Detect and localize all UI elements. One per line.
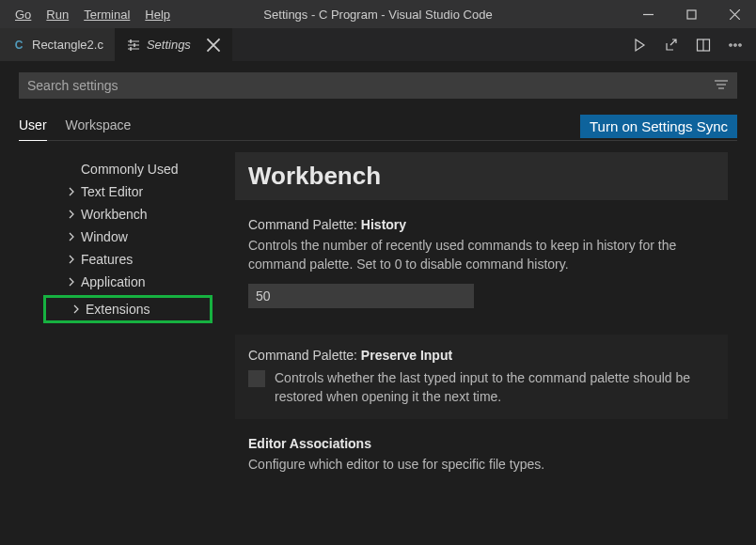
setting-command-palette-preserve-input: Command Palette: Preserve Input Controls… [235, 335, 728, 420]
scope-workspace-tab[interactable]: Workspace [66, 112, 132, 140]
setting-description: Configure which editor to use for specif… [248, 455, 715, 474]
minimize-button[interactable] [626, 0, 669, 28]
svg-rect-0 [687, 10, 696, 19]
svg-point-4 [739, 43, 741, 45]
settings-content[interactable]: Workbench Command Palette: History Contr… [226, 152, 737, 545]
section-title: Workbench [248, 162, 715, 191]
settings-scope-row: User Workspace Turn on Settings Sync [19, 112, 737, 141]
command-palette-history-input[interactable] [248, 284, 474, 308]
setting-editor-associations: Editor Associations Configure which edit… [248, 436, 715, 474]
toc-features[interactable]: Features [19, 248, 226, 271]
menu-run[interactable]: Run [39, 4, 76, 25]
menu-bar: Go Run Terminal Help [0, 4, 178, 25]
setting-title: Editor Associations [248, 436, 715, 451]
tab-settings[interactable]: Settings [115, 28, 232, 61]
filter-icon[interactable] [714, 79, 729, 93]
svg-point-2 [730, 43, 732, 45]
settings-editor: User Workspace Turn on Settings Sync Com… [0, 61, 756, 545]
setting-command-palette-history: Command Palette: History Controls the nu… [248, 217, 715, 308]
toc-workbench[interactable]: Workbench [19, 203, 226, 226]
tab-rectangle2-c[interactable]: C Rectangle2.c [0, 28, 115, 61]
close-tab-icon[interactable] [206, 38, 221, 53]
close-window-button[interactable] [713, 0, 756, 28]
open-settings-json-icon[interactable] [664, 38, 679, 53]
title-bar: Go Run Terminal Help Settings - C Progra… [0, 0, 756, 28]
chevron-right-icon [66, 209, 77, 220]
settings-main: Commonly Used Text Editor Workbench Wind… [19, 152, 737, 545]
section-header-workbench: Workbench [235, 152, 728, 200]
menu-help[interactable]: Help [137, 4, 178, 25]
toc-extensions-highlight: Extensions [43, 295, 213, 323]
settings-search[interactable] [19, 72, 737, 99]
run-icon[interactable] [632, 38, 647, 53]
chevron-right-icon [66, 254, 77, 265]
toc-text-editor[interactable]: Text Editor [19, 180, 226, 203]
window-controls [626, 0, 756, 28]
toc-extensions[interactable]: Extensions [46, 298, 210, 320]
tab-label: Settings [147, 38, 191, 52]
chevron-right-icon [66, 186, 77, 197]
maximize-button[interactable] [669, 0, 713, 28]
preserve-input-checkbox[interactable] [248, 370, 265, 387]
setting-title: Command Palette: Preserve Input [248, 348, 715, 363]
svg-point-3 [734, 43, 736, 45]
setting-title: Command Palette: History [248, 217, 715, 232]
setting-description: Controls whether the last typed input to… [275, 368, 715, 407]
editor-actions [632, 28, 756, 61]
settings-toc: Commonly Used Text Editor Workbench Wind… [19, 152, 226, 545]
toc-commonly-used[interactable]: Commonly Used [19, 158, 226, 180]
setting-description: Controls the number of recently used com… [248, 236, 715, 274]
search-input[interactable] [27, 78, 714, 93]
chevron-right-icon [66, 231, 77, 242]
split-editor-icon[interactable] [696, 38, 711, 53]
chevron-right-icon [71, 304, 82, 315]
toc-window[interactable]: Window [19, 226, 226, 248]
menu-go[interactable]: Go [8, 4, 39, 25]
tab-bar: C Rectangle2.c Settings [0, 28, 756, 61]
more-actions-icon[interactable] [728, 38, 743, 53]
tab-label: Rectangle2.c [32, 38, 103, 52]
menu-terminal[interactable]: Terminal [76, 4, 137, 25]
settings-list-icon [126, 38, 141, 53]
c-file-icon: C [11, 38, 26, 53]
turn-on-settings-sync-button[interactable]: Turn on Settings Sync [580, 115, 737, 138]
toc-application[interactable]: Application [19, 271, 226, 293]
window-title: Settings - C Program - Visual Studio Cod… [263, 8, 492, 22]
chevron-right-icon [66, 276, 77, 288]
scope-user-tab[interactable]: User [19, 112, 47, 141]
